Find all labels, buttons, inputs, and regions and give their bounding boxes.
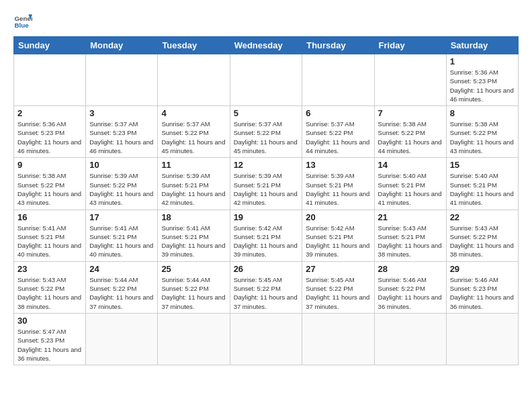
calendar-cell: 19Sunrise: 5:42 AM Sunset: 5:21 PM Dayli… [230,210,302,261]
calendar-cell: 21Sunrise: 5:43 AM Sunset: 5:21 PM Dayli… [374,210,446,261]
weekday-thursday: Thursday [302,37,374,54]
calendar-week-4: 16Sunrise: 5:41 AM Sunset: 5:21 PM Dayli… [14,210,519,261]
svg-text:Blue: Blue [14,21,29,29]
day-number: 8 [450,108,515,118]
day-info: Sunrise: 5:38 AM Sunset: 5:22 PM Dayligh… [450,120,515,155]
calendar-cell: 5Sunrise: 5:37 AM Sunset: 5:22 PM Daylig… [230,106,302,158]
calendar-cell: 20Sunrise: 5:42 AM Sunset: 5:21 PM Dayli… [302,210,374,261]
day-info: Sunrise: 5:39 AM Sunset: 5:21 PM Dayligh… [306,171,370,207]
calendar-cell: 28Sunrise: 5:46 AM Sunset: 5:22 PM Dayli… [374,261,446,313]
calendar-cell: 12Sunrise: 5:39 AM Sunset: 5:21 PM Dayli… [230,158,302,210]
calendar-body: 1Sunrise: 5:36 AM Sunset: 5:23 PM Daylig… [14,54,519,365]
logo: General Blue [13,11,32,30]
day-number: 28 [378,264,443,274]
day-info: Sunrise: 5:47 AM Sunset: 5:23 PM Dayligh… [17,327,82,363]
calendar-week-2: 2Sunrise: 5:36 AM Sunset: 5:23 PM Daylig… [14,106,519,158]
weekday-friday: Friday [374,37,446,54]
day-info: Sunrise: 5:44 AM Sunset: 5:22 PM Dayligh… [89,275,154,311]
calendar-week-1: 1Sunrise: 5:36 AM Sunset: 5:23 PM Daylig… [14,54,519,106]
day-info: Sunrise: 5:40 AM Sunset: 5:21 PM Dayligh… [450,171,515,207]
day-number: 10 [89,160,154,170]
day-number: 21 [378,212,443,222]
calendar-cell: 15Sunrise: 5:40 AM Sunset: 5:21 PM Dayli… [446,158,518,210]
day-info: Sunrise: 5:45 AM Sunset: 5:22 PM Dayligh… [234,275,299,311]
day-number: 30 [17,316,82,326]
day-number: 22 [450,212,515,222]
day-info: Sunrise: 5:39 AM Sunset: 5:22 PM Dayligh… [89,171,154,207]
calendar-week-6: 30Sunrise: 5:47 AM Sunset: 5:23 PM Dayli… [14,313,519,365]
calendar-cell: 13Sunrise: 5:39 AM Sunset: 5:21 PM Dayli… [302,158,374,210]
calendar-cell: 11Sunrise: 5:39 AM Sunset: 5:21 PM Dayli… [158,158,230,210]
day-number: 2 [17,108,82,118]
day-number: 14 [378,160,443,170]
calendar-cell [374,313,446,365]
logo-icon: General Blue [13,11,32,30]
calendar-cell [230,54,302,106]
calendar-cell [230,313,302,365]
day-info: Sunrise: 5:43 AM Sunset: 5:22 PM Dayligh… [450,224,515,259]
day-number: 25 [161,264,226,274]
calendar-cell: 6Sunrise: 5:37 AM Sunset: 5:22 PM Daylig… [302,106,374,158]
calendar-week-3: 9Sunrise: 5:38 AM Sunset: 5:22 PM Daylig… [14,158,519,210]
calendar-cell [158,54,230,106]
day-number: 9 [17,160,82,170]
calendar-cell: 1Sunrise: 5:36 AM Sunset: 5:23 PM Daylig… [446,54,518,106]
calendar-cell [86,313,158,365]
day-number: 11 [161,160,226,170]
day-info: Sunrise: 5:46 AM Sunset: 5:22 PM Dayligh… [378,275,443,311]
calendar-cell [158,313,230,365]
day-number: 17 [89,212,154,222]
calendar-cell: 3Sunrise: 5:37 AM Sunset: 5:23 PM Daylig… [86,106,158,158]
day-number: 24 [89,264,154,274]
calendar-cell: 17Sunrise: 5:41 AM Sunset: 5:21 PM Dayli… [86,210,158,261]
day-number: 6 [306,108,370,118]
calendar-cell: 24Sunrise: 5:44 AM Sunset: 5:22 PM Dayli… [86,261,158,313]
calendar-cell: 26Sunrise: 5:45 AM Sunset: 5:22 PM Dayli… [230,261,302,313]
calendar-cell: 22Sunrise: 5:43 AM Sunset: 5:22 PM Dayli… [446,210,518,261]
calendar-cell: 18Sunrise: 5:41 AM Sunset: 5:21 PM Dayli… [158,210,230,261]
calendar-cell: 29Sunrise: 5:46 AM Sunset: 5:23 PM Dayli… [446,261,518,313]
calendar-cell: 8Sunrise: 5:38 AM Sunset: 5:22 PM Daylig… [446,106,518,158]
day-info: Sunrise: 5:37 AM Sunset: 5:22 PM Dayligh… [234,120,299,155]
day-info: Sunrise: 5:45 AM Sunset: 5:22 PM Dayligh… [306,275,370,311]
weekday-header-row: SundayMondayTuesdayWednesdayThursdayFrid… [14,37,519,54]
weekday-tuesday: Tuesday [158,37,230,54]
calendar-cell: 10Sunrise: 5:39 AM Sunset: 5:22 PM Dayli… [86,158,158,210]
day-info: Sunrise: 5:42 AM Sunset: 5:21 PM Dayligh… [306,224,370,259]
calendar-cell: 25Sunrise: 5:44 AM Sunset: 5:22 PM Dayli… [158,261,230,313]
day-number: 4 [161,108,226,118]
day-info: Sunrise: 5:36 AM Sunset: 5:23 PM Dayligh… [450,68,515,103]
page-header: General Blue [13,11,519,30]
day-number: 7 [378,108,443,118]
calendar-cell [86,54,158,106]
day-info: Sunrise: 5:41 AM Sunset: 5:21 PM Dayligh… [161,224,226,259]
calendar-cell [446,313,518,365]
day-info: Sunrise: 5:37 AM Sunset: 5:22 PM Dayligh… [306,120,370,155]
day-number: 12 [234,160,299,170]
day-number: 18 [161,212,226,222]
day-info: Sunrise: 5:37 AM Sunset: 5:22 PM Dayligh… [161,120,226,155]
day-number: 23 [17,264,82,274]
day-number: 13 [306,160,370,170]
day-info: Sunrise: 5:40 AM Sunset: 5:21 PM Dayligh… [378,171,443,207]
weekday-wednesday: Wednesday [230,37,302,54]
day-number: 20 [306,212,370,222]
day-number: 3 [89,108,154,118]
calendar-cell: 4Sunrise: 5:37 AM Sunset: 5:22 PM Daylig… [158,106,230,158]
weekday-sunday: Sunday [14,37,86,54]
day-info: Sunrise: 5:38 AM Sunset: 5:22 PM Dayligh… [17,171,82,207]
day-number: 15 [450,160,515,170]
day-info: Sunrise: 5:39 AM Sunset: 5:21 PM Dayligh… [161,171,226,207]
day-info: Sunrise: 5:36 AM Sunset: 5:23 PM Dayligh… [17,120,82,155]
day-info: Sunrise: 5:44 AM Sunset: 5:22 PM Dayligh… [161,275,226,311]
calendar-table: SundayMondayTuesdayWednesdayThursdayFrid… [13,36,519,365]
day-info: Sunrise: 5:42 AM Sunset: 5:21 PM Dayligh… [234,224,299,259]
calendar-cell: 2Sunrise: 5:36 AM Sunset: 5:23 PM Daylig… [14,106,86,158]
calendar-cell [14,54,86,106]
calendar-cell: 9Sunrise: 5:38 AM Sunset: 5:22 PM Daylig… [14,158,86,210]
day-info: Sunrise: 5:39 AM Sunset: 5:21 PM Dayligh… [234,171,299,207]
calendar-week-5: 23Sunrise: 5:43 AM Sunset: 5:22 PM Dayli… [14,261,519,313]
weekday-saturday: Saturday [446,37,518,54]
day-number: 19 [234,212,299,222]
day-number: 1 [450,56,515,66]
